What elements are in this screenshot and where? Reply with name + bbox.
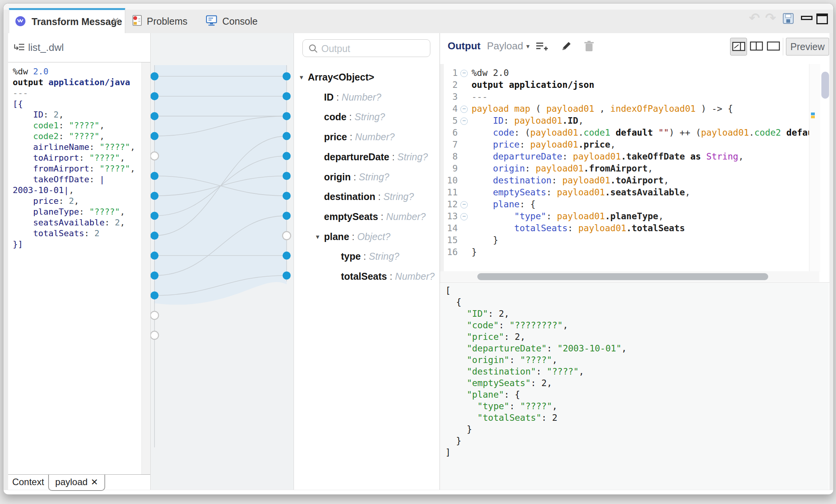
input-port-code1[interactable]	[151, 112, 159, 120]
code-line: 7 price: payload01.price,	[444, 139, 809, 151]
output-port-plane[interactable]	[283, 232, 291, 240]
output-tree-row-origin[interactable]: origin : String?	[294, 171, 440, 183]
output-tree-row-price[interactable]: price : Number?	[294, 131, 440, 143]
field-name: departureDate	[324, 151, 389, 162]
maximize-button[interactable]	[816, 13, 828, 24]
fold-collapse-icon[interactable]: −	[460, 118, 468, 125]
tab-console[interactable]: Console	[205, 10, 271, 33]
input-port-code2[interactable]	[151, 132, 159, 140]
code-line: {	[445, 296, 627, 308]
output-port-departureDate[interactable]	[283, 152, 291, 160]
undo-button[interactable]: ↶	[749, 12, 760, 24]
close-icon[interactable]: ✕	[91, 477, 98, 487]
input-port-airlineName[interactable]	[151, 152, 159, 160]
code-line: }	[445, 435, 627, 447]
minimize-button[interactable]	[801, 12, 812, 20]
view-two-pane-button[interactable]	[748, 38, 765, 55]
save-floppy-icon	[782, 13, 794, 24]
output-port-code[interactable]	[283, 112, 291, 120]
tab-payload[interactable]: payload✕	[48, 475, 105, 491]
fold-collapse-icon[interactable]: −	[460, 106, 468, 113]
dataweave-code-editor[interactable]: 1−%dw 2.02output application/json3---4−p…	[444, 67, 809, 270]
output-tree-row-destination[interactable]: destination : String?	[294, 190, 440, 203]
preview-toggle-button[interactable]: Preview	[786, 38, 829, 55]
input-code-editor[interactable]: %dw 2.0output application/java---[{ ID: …	[13, 66, 141, 474]
delete-trash-icon[interactable]	[583, 40, 595, 54]
input-scrollbar-track[interactable]	[141, 62, 150, 474]
code-line: toAirport: "????",	[13, 153, 141, 163]
output-tree-row-departuredate[interactable]: departureDate : String?	[294, 151, 440, 163]
input-port-takeOffDate[interactable]	[151, 212, 159, 220]
redo-button[interactable]: ↷	[765, 12, 776, 24]
input-port-price[interactable]	[151, 232, 159, 240]
input-port-seatsAvailable[interactable]	[151, 272, 159, 280]
preview-panel: [ { "ID": 2, "code": "????????", "price"…	[440, 283, 829, 490]
field-colon: :	[389, 151, 398, 162]
editor-preview-divider[interactable]	[440, 282, 829, 283]
output-port-price[interactable]	[283, 132, 291, 140]
output-search-input[interactable]: Output	[302, 39, 430, 57]
output-tree-row-type[interactable]: type : String?	[294, 250, 440, 262]
script-panel: Output Payload ▾	[440, 33, 829, 490]
output-tree-row-array-object-[interactable]: ▼Array<Object>	[294, 71, 440, 83]
output-tree-row-totalseats[interactable]: totalSeats : Number?	[294, 270, 440, 282]
input-port-planeType[interactable]	[151, 252, 159, 260]
preview-json-output: [ { "ID": 2, "code": "????????", "price"…	[445, 285, 627, 458]
edit-pencil-icon[interactable]	[560, 40, 572, 54]
input-port-unmapped-b[interactable]	[151, 331, 159, 339]
add-transformation-icon[interactable]	[536, 41, 549, 55]
code-line: totalSeats: 2	[13, 228, 141, 239]
field-type: String?	[369, 251, 399, 262]
input-port-fromAirport[interactable]	[151, 192, 159, 200]
tab-problems[interactable]: Problems	[131, 10, 201, 33]
output-port-emptySeats[interactable]	[283, 212, 291, 220]
code-line: 2003-10-01|,	[13, 185, 141, 196]
close-icon[interactable]: ✕	[112, 15, 119, 26]
code-line: 8 departureDate: payload01.takeOffDate a…	[444, 151, 809, 163]
fold-collapse-icon[interactable]: −	[460, 201, 468, 208]
output-port-origin[interactable]	[283, 172, 291, 180]
output-port-destination[interactable]	[283, 192, 291, 200]
code-line: 12− plane: {	[444, 198, 809, 210]
view-single-pane-button[interactable]	[765, 38, 782, 55]
field-type: Number?	[342, 92, 381, 102]
code-line: "origin": "????",	[445, 354, 627, 366]
output-port-type[interactable]	[283, 252, 291, 260]
editor-horizontal-scrollbar-track[interactable]	[440, 271, 819, 282]
target-selector[interactable]: Payload	[487, 40, 523, 52]
output-tree-row-code[interactable]: code : String?	[294, 111, 440, 123]
maximize-icon	[816, 13, 828, 24]
input-port-toAirport[interactable]	[151, 172, 159, 180]
input-port-payload[interactable]	[151, 72, 159, 81]
fold-collapse-icon[interactable]: −	[460, 70, 468, 77]
output-tree-row-emptyseats[interactable]: emptySeats : Number?	[294, 210, 440, 223]
output-port-Array-Object-[interactable]	[283, 72, 291, 81]
chevron-down-icon[interactable]: ▾	[526, 42, 530, 50]
code-line: "price": 2,	[445, 331, 627, 343]
view-graphical-split-button[interactable]	[730, 38, 747, 55]
expand-caret-icon[interactable]: ▼	[299, 71, 304, 84]
fold-collapse-icon[interactable]: −	[460, 213, 468, 220]
editor-horizontal-scrollbar-thumb[interactable]	[477, 273, 768, 280]
editor-overview-ruler	[809, 64, 820, 272]
field-name: destination	[324, 191, 375, 202]
output-tree-row-id[interactable]: ID : Number?	[294, 91, 440, 103]
output-port-totalSeats[interactable]	[283, 272, 291, 280]
input-port-ID[interactable]	[151, 92, 159, 100]
tab-transform-message[interactable]: Transform Message ✕	[9, 8, 125, 33]
code-line: 3---	[444, 91, 809, 103]
output-tree-row-plane[interactable]: ▼plane : Object?	[294, 230, 440, 243]
code-line: "destination": "????",	[445, 366, 627, 377]
mapped-region-band	[154, 65, 287, 305]
expand-caret-icon[interactable]: ▼	[315, 231, 321, 243]
save-button[interactable]	[782, 13, 794, 26]
field-name: plane	[324, 231, 349, 242]
editor-vertical-scrollbar[interactable]	[821, 72, 829, 99]
output-port-ID[interactable]	[283, 92, 291, 100]
field-colon: :	[349, 231, 357, 242]
input-port-unmapped-a[interactable]	[151, 311, 159, 319]
redo-arrow-icon: ↷	[765, 10, 776, 25]
tab-context[interactable]: Context	[8, 475, 48, 489]
input-port-totalSeats[interactable]	[151, 291, 159, 299]
code-line: "departureDate": "2003-10-01",	[445, 343, 627, 354]
